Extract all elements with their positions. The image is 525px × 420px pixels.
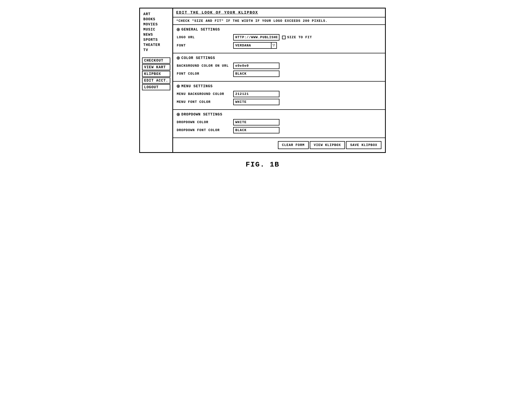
menu-bg-color-input[interactable]: [233, 91, 279, 97]
sidebar-item-art[interactable]: ART: [142, 12, 170, 17]
menu-settings-header: MENU SETTINGS: [177, 84, 381, 88]
header-notice: *CHECK "SIZE AND FIT" IF THE WIDTH IF YO…: [173, 17, 385, 25]
dropdown-color-row: DROPDOWN COLOR: [177, 119, 381, 125]
sidebar-item-music[interactable]: MUSIC: [142, 27, 170, 32]
main-container: ART BOOKS MOVIES MUSIC NEWS SPORTS THEAT…: [139, 8, 386, 153]
color-settings-section: COLOR SETTINGS BACKGROUND COLOR ON URL F…: [173, 53, 385, 82]
menu-settings-label: MENU SETTINGS: [181, 84, 213, 88]
sidebar-divider: [140, 54, 172, 56]
sidebar-item-view-kart[interactable]: VIEW KART: [142, 64, 170, 70]
bg-color-input[interactable]: [233, 63, 279, 69]
sidebar-item-edit-acct[interactable]: EDIT ACCT.: [142, 77, 170, 84]
menu-font-color-label: MENU FONT COLOR: [177, 100, 233, 104]
general-settings-section: GENERAL SETTINGS LOGO URL SIZE TO FIT FO…: [173, 25, 385, 53]
sidebar-item-checkout[interactable]: CHECKOUT: [142, 57, 170, 64]
outer-wrapper: ART BOOKS MOVIES MUSIC NEWS SPORTS THEAT…: [139, 8, 386, 169]
general-settings-label: GENERAL SETTINGS: [181, 27, 220, 32]
font-select[interactable]: VERDANA ARIAL TIMES NEW ROMAN GEORGIA: [234, 43, 271, 48]
view-klipbox-button[interactable]: VIEW KLIPBOX: [310, 141, 345, 149]
sidebar-item-books[interactable]: BOOKS: [142, 17, 170, 22]
nav-section: ART BOOKS MOVIES MUSIC NEWS SPORTS THEAT…: [140, 11, 172, 54]
logo-url-input[interactable]: [233, 34, 279, 41]
menu-bg-color-row: MENU BACKGROUND COLOR: [177, 91, 381, 97]
dropdown-settings-section: DROPDOWN SETTINGS DROPDOWN COLOR DROPDOW…: [173, 110, 385, 138]
dropdown-color-label: DROPDOWN COLOR: [177, 120, 233, 124]
logo-url-row: LOGO URL SIZE TO FIT: [177, 34, 381, 41]
menu-font-color-row: MENU FONT COLOR: [177, 99, 381, 105]
color-settings-header: COLOR SETTINGS: [177, 56, 381, 60]
logo-url-label: LOGO URL: [177, 35, 233, 39]
sidebar-item-sports[interactable]: SPORTS: [142, 37, 170, 42]
menu-settings-section: MENU SETTINGS MENU BACKGROUND COLOR MENU…: [173, 82, 385, 110]
save-klipbox-button[interactable]: SAVE KLIPBOX: [346, 141, 381, 149]
action-section: CHECKOUT VIEW KART KLIPBOX EDIT ACCT. LO…: [140, 56, 172, 92]
general-radio-icon[interactable]: [177, 28, 180, 31]
sidebar-item-news[interactable]: NEWS: [142, 32, 170, 37]
dropdown-font-color-label: DROPDOWN FONT COLOR: [177, 128, 233, 132]
dropdown-color-input[interactable]: [233, 119, 279, 125]
page-title: EDIT THE LOOK OF YOUR KLIPBOX: [173, 8, 385, 17]
figure-caption: FIG. 1B: [246, 161, 279, 169]
dropdown-radio-icon[interactable]: [177, 113, 180, 116]
font-color-input[interactable]: [233, 71, 279, 77]
content-area: EDIT THE LOOK OF YOUR KLIPBOX *CHECK "SI…: [173, 8, 385, 152]
font-color-row: FONT COLOR: [177, 71, 381, 77]
dropdown-font-color-row: DROPDOWN FONT COLOR: [177, 127, 381, 133]
menu-font-color-input[interactable]: [233, 99, 279, 105]
font-label: FONT: [177, 44, 233, 47]
button-row: CLEAR FORM VIEW KLIPBOX SAVE KLIPBOX: [173, 138, 385, 152]
size-to-fit-checkbox[interactable]: [282, 36, 286, 39]
color-settings-label: COLOR SETTINGS: [181, 56, 215, 60]
dropdown-font-color-input[interactable]: [233, 127, 279, 133]
font-color-label: FONT COLOR: [177, 72, 233, 76]
sidebar-item-klipbox[interactable]: KLIPBOX: [142, 71, 170, 77]
sidebar: ART BOOKS MOVIES MUSIC NEWS SPORTS THEAT…: [140, 8, 173, 152]
font-select-wrapper[interactable]: VERDANA ARIAL TIMES NEW ROMAN GEORGIA ▽: [233, 42, 277, 49]
dropdown-settings-label: DROPDOWN SETTINGS: [181, 112, 222, 116]
color-radio-icon[interactable]: [177, 56, 180, 60]
menu-bg-color-label: MENU BACKGROUND COLOR: [177, 92, 233, 96]
menu-radio-icon[interactable]: [177, 85, 180, 88]
bg-color-row: BACKGROUND COLOR ON URL: [177, 63, 381, 69]
clear-form-button[interactable]: CLEAR FORM: [278, 141, 309, 149]
size-to-fit-label: SIZE TO FIT: [287, 35, 312, 39]
sidebar-item-tv[interactable]: TV: [142, 47, 170, 53]
select-arrow-icon: ▽: [271, 43, 276, 48]
font-row: FONT VERDANA ARIAL TIMES NEW ROMAN GEORG…: [177, 42, 381, 49]
sidebar-item-movies[interactable]: MOVIES: [142, 22, 170, 27]
sidebar-item-logout[interactable]: LOGOUT: [142, 84, 170, 90]
dropdown-settings-header: DROPDOWN SETTINGS: [177, 112, 381, 116]
sidebar-item-theater[interactable]: THEATER: [142, 42, 170, 47]
size-to-fit-checkbox-label[interactable]: SIZE TO FIT: [282, 35, 312, 39]
general-settings-header: GENERAL SETTINGS: [177, 27, 381, 32]
bg-color-label: BACKGROUND COLOR ON URL: [177, 64, 233, 68]
